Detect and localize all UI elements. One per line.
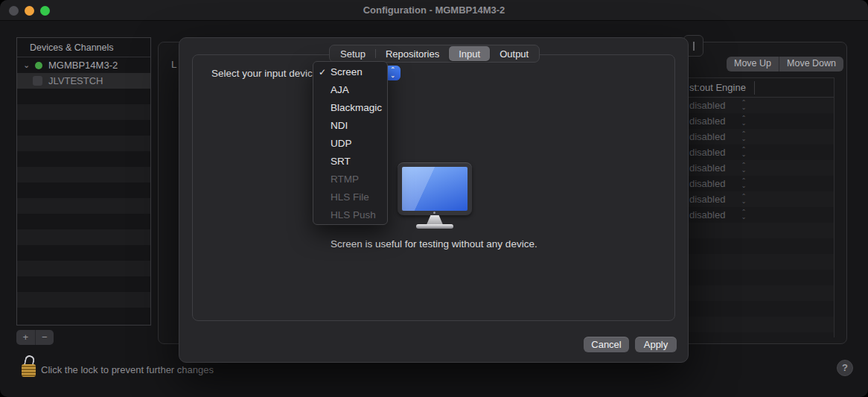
lock-hint-text: Click the lock to prevent further change… bbox=[41, 363, 214, 376]
menu-item-aja[interactable]: AJA bbox=[313, 81, 387, 99]
empty-list-row bbox=[17, 136, 150, 151]
empty-list-row bbox=[17, 104, 150, 120]
popup-chevrons-icon[interactable]: ⌃⌄ bbox=[740, 178, 747, 188]
devices-channels-list: Devices & Channels ⌄MGMBP14M3-2JLVTESTCH bbox=[16, 37, 151, 325]
popup-chevrons-icon[interactable]: ⌃⌄ bbox=[740, 194, 747, 204]
chevron-down-icon[interactable]: ⌄ bbox=[23, 57, 30, 73]
tab-repositories[interactable]: Repositories bbox=[376, 46, 449, 61]
screen-icon-base bbox=[416, 224, 453, 229]
window-title: Configuration - MGMBP14M3-2 bbox=[0, 0, 868, 21]
menu-item-label: AJA bbox=[331, 81, 349, 99]
empty-list-row bbox=[17, 167, 150, 182]
channel-label: JLVTESTCH bbox=[48, 73, 103, 89]
table-row bbox=[676, 285, 834, 301]
table-row: disabled⌃⌄ bbox=[676, 191, 834, 207]
empty-list-row bbox=[17, 151, 150, 167]
cancel-button[interactable]: Cancel bbox=[584, 337, 629, 352]
lock-icon-body[interactable] bbox=[22, 364, 36, 377]
popup-chevrons-icon[interactable]: ⌃⌄ bbox=[740, 115, 747, 126]
menu-item-hls-push: HLS Push bbox=[313, 206, 387, 224]
device-label: MGMBP14M3-2 bbox=[48, 57, 118, 73]
channel-checkbox[interactable] bbox=[33, 76, 42, 86]
empty-list-row bbox=[17, 261, 150, 276]
engine-cell-value: disabled bbox=[689, 207, 725, 223]
menu-item-label: SRT bbox=[331, 153, 351, 171]
move-up-button[interactable]: Move Up bbox=[727, 57, 779, 72]
engine-cell-value: disabled bbox=[689, 144, 725, 160]
screen-icon-dot bbox=[433, 212, 435, 214]
engine-cell-value: disabled bbox=[689, 191, 725, 207]
remove-button[interactable]: − bbox=[36, 330, 54, 345]
input-settings-sheet: SetupRepositoriesInputOutput Select your… bbox=[179, 37, 689, 363]
move-buttons: Move UpMove Down bbox=[727, 57, 843, 72]
table-row: disabled⌃⌄ bbox=[676, 160, 834, 176]
empty-list-row bbox=[17, 292, 150, 308]
channels-table: st:out Engine disabled⌃⌄disabled⌃⌄disabl… bbox=[676, 77, 835, 337]
column-divider bbox=[754, 81, 755, 95]
screen-device-icon bbox=[398, 162, 472, 215]
menu-item-label: HLS Push bbox=[331, 206, 376, 224]
status-dot bbox=[35, 62, 42, 69]
add-button[interactable]: + bbox=[16, 330, 35, 345]
tab-input[interactable]: Input bbox=[449, 46, 490, 61]
popup-chevrons-icon[interactable]: ⌃⌄ bbox=[740, 131, 747, 142]
engine-cell-value: disabled bbox=[689, 160, 725, 176]
sidebar-item-channel[interactable]: JLVTESTCH bbox=[17, 73, 150, 89]
menu-item-srt[interactable]: SRT bbox=[313, 153, 387, 171]
empty-list-row bbox=[17, 182, 150, 198]
background-partial-label: L bbox=[171, 59, 177, 70]
table-header-label: st:out Engine bbox=[689, 82, 746, 93]
engine-cell-value: disabled bbox=[689, 176, 725, 191]
empty-list-row bbox=[17, 229, 150, 245]
help-button[interactable]: ? bbox=[837, 360, 853, 376]
menu-item-label: NDI bbox=[331, 117, 348, 135]
popup-chevrons-icon[interactable]: ⌃⌄ bbox=[740, 209, 747, 220]
title-bar: Configuration - MGMBP14M3-2 bbox=[0, 0, 868, 21]
table-row: disabled⌃⌄ bbox=[676, 207, 834, 223]
input-device-menu: ✓ScreenAJABlackmagicNDIUDPSRTRTMPHLS Fil… bbox=[313, 61, 388, 225]
menu-item-rtmp: RTMP bbox=[313, 171, 387, 188]
table-row bbox=[676, 223, 834, 238]
table-row: disabled⌃⌄ bbox=[676, 113, 834, 129]
table-row bbox=[676, 332, 834, 337]
move-down-button[interactable]: Move Down bbox=[779, 57, 843, 72]
menu-item-ndi[interactable]: NDI bbox=[313, 117, 387, 135]
menu-item-label: HLS File bbox=[331, 188, 369, 206]
apply-button[interactable]: Apply bbox=[635, 337, 677, 352]
engine-cell-value: disabled bbox=[689, 113, 725, 129]
checkmark-icon: ✓ bbox=[319, 63, 329, 81]
empty-list-row bbox=[17, 198, 150, 214]
tab-fragment-glyph bbox=[693, 42, 695, 51]
popup-chevrons-icon[interactable]: ⌃⌄ bbox=[740, 100, 747, 110]
menu-item-label: UDP bbox=[331, 135, 352, 153]
empty-list-row bbox=[17, 120, 150, 136]
empty-list-row bbox=[17, 89, 150, 104]
table-row: disabled⌃⌄ bbox=[676, 129, 834, 144]
configuration-window: Configuration - MGMBP14M3-2 L Move UpMov… bbox=[0, 0, 868, 397]
popup-chevrons-icon[interactable]: ⌃⌄ bbox=[740, 162, 747, 173]
menu-item-label: RTMP bbox=[331, 171, 359, 188]
empty-list-row bbox=[17, 308, 150, 323]
menu-item-udp[interactable]: UDP bbox=[313, 135, 387, 153]
table-row: disabled⌃⌄ bbox=[676, 98, 834, 113]
empty-list-row bbox=[17, 214, 150, 229]
menu-item-screen[interactable]: ✓Screen bbox=[313, 63, 387, 81]
menu-item-label: Blackmagic bbox=[331, 99, 382, 117]
table-row bbox=[676, 238, 834, 254]
select-input-label: Select your input devic bbox=[211, 67, 313, 80]
popup-chevrons-icon[interactable]: ⌃⌄ bbox=[740, 147, 747, 157]
sidebar-item-device[interactable]: ⌄MGMBP14M3-2 bbox=[17, 57, 150, 73]
tab-output[interactable]: Output bbox=[490, 46, 538, 61]
input-help-caption: Screen is useful for testing without any… bbox=[331, 238, 537, 251]
sheet-tabs: SetupRepositoriesInputOutput bbox=[329, 45, 540, 63]
menu-item-blackmagic[interactable]: Blackmagic bbox=[313, 99, 387, 117]
engine-cell-value: disabled bbox=[689, 98, 725, 113]
add-remove-control: + − bbox=[16, 330, 54, 345]
screen-icon-display bbox=[402, 167, 467, 211]
table-row: disabled⌃⌄ bbox=[676, 144, 834, 160]
table-row bbox=[676, 254, 834, 270]
table-header: st:out Engine bbox=[676, 78, 834, 98]
menu-item-hls-file: HLS File bbox=[313, 188, 387, 206]
tab-setup[interactable]: Setup bbox=[331, 46, 375, 61]
sidebar-header: Devices & Channels bbox=[17, 38, 150, 57]
